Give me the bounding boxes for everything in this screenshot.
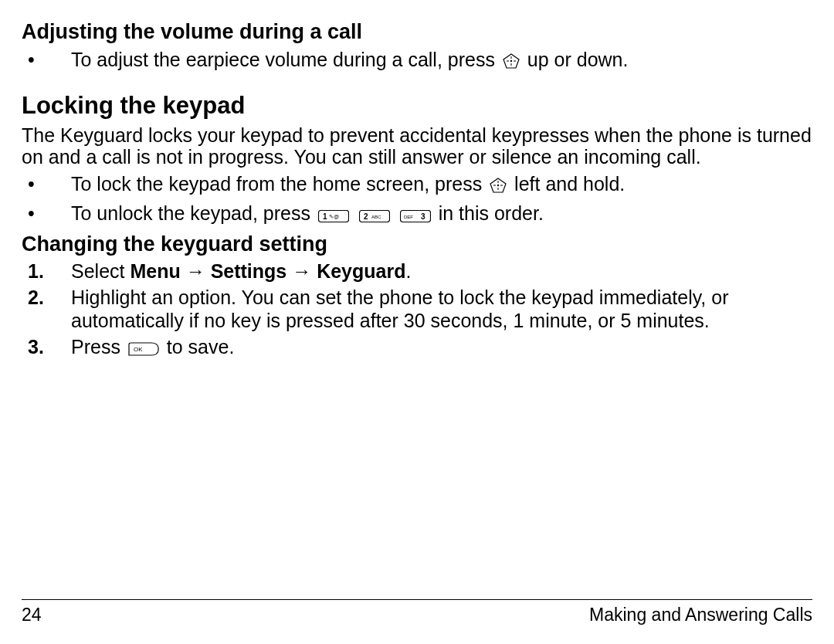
text: in this order. [433, 202, 544, 224]
menu-path-menu: Menu [130, 260, 180, 282]
step-marker: 2. [28, 286, 44, 309]
svg-text:1: 1 [323, 212, 327, 221]
nav-pad-icon [503, 49, 520, 75]
nav-pad-icon [490, 174, 507, 199]
text: To lock the keypad from the home screen,… [71, 173, 487, 195]
key-1-icon: 1✎@ [318, 203, 349, 229]
manual-page: Adjusting the volume during a call To ad… [0, 0, 834, 644]
lock-list: To lock the keypad from the home screen,… [22, 171, 812, 228]
text: . [405, 260, 411, 282]
lock-bullet-2: To unlock the keypad, press 1✎@ 2ABC DEF… [22, 201, 812, 229]
text: To adjust the earpiece volume during a c… [71, 49, 500, 70]
svg-text:DEF: DEF [404, 215, 413, 219]
heading-change-keyguard: Changing the keyguard setting [22, 232, 812, 256]
svg-text:✎@: ✎@ [329, 214, 339, 219]
svg-point-0 [510, 60, 512, 62]
menu-path-settings: Settings [211, 260, 287, 282]
page-footer: 24 Making and Answering Calls [22, 599, 812, 625]
arrow-icon: → [181, 260, 211, 282]
page-number: 24 [22, 605, 42, 625]
menu-path-keyguard: Keyguard [317, 260, 405, 282]
step-3: 3. Press OK to save. [22, 335, 812, 361]
ok-key-icon: OK [128, 337, 159, 361]
volume-bullet: To adjust the earpiece volume during a c… [22, 47, 812, 75]
svg-text:ABC: ABC [371, 215, 381, 219]
text: up or down. [522, 49, 629, 70]
svg-text:3: 3 [421, 212, 425, 221]
arrow-icon: → [286, 260, 317, 282]
step-marker: 1. [28, 259, 44, 283]
heading-locking-keypad: Locking the keypad [22, 92, 812, 120]
text: to save. [161, 336, 235, 358]
steps-list: 1. Select Menu → Settings → Keyguard. 2.… [22, 259, 812, 361]
step-1: 1. Select Menu → Settings → Keyguard. [22, 259, 812, 283]
key-3-icon: DEF3 [400, 203, 431, 229]
key-2-icon: 2ABC [359, 203, 390, 229]
svg-text:OK: OK [134, 346, 143, 353]
step-2: 2. Highlight an option. You can set the … [22, 286, 812, 332]
svg-text:2: 2 [364, 212, 368, 221]
keyguard-intro: The Keyguard locks your keypad to preven… [22, 124, 812, 169]
text: Select [71, 260, 130, 282]
step-marker: 3. [28, 335, 44, 358]
svg-point-5 [497, 185, 499, 186]
text: To unlock the keypad, press [71, 202, 316, 224]
chapter-title: Making and Answering Calls [589, 605, 812, 625]
heading-adjust-volume: Adjusting the volume during a call [22, 20, 812, 44]
text: Highlight an option. You can set the pho… [71, 286, 728, 331]
text: Press [71, 336, 126, 358]
text: left and hold. [509, 173, 625, 195]
lock-bullet-1: To lock the keypad from the home screen,… [22, 171, 812, 199]
volume-list: To adjust the earpiece volume during a c… [22, 47, 812, 75]
